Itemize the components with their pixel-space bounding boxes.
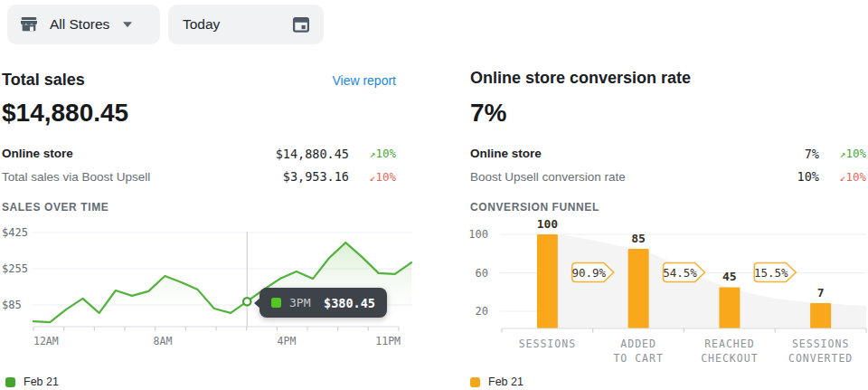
conversion-rate-title: Online store conversion rate [470, 69, 691, 88]
trend-badge-up: ↗10% [349, 147, 396, 160]
total-sales-panel: Total sales View report $14,880.45 Onlin… [2, 71, 396, 214]
trend-badge-up: ↗10% [819, 147, 866, 160]
y-axis-label: $85 [2, 299, 22, 311]
bar-value-label: 85 [631, 232, 646, 245]
conversion-rate-panel: Online store conversion rate 7% Online s… [470, 69, 866, 214]
metric-row-online-store-rate: Online store 7% ↗10% [470, 142, 866, 166]
date-selector-label: Today [183, 16, 220, 33]
chevron-down-icon [122, 21, 133, 28]
y-axis-label: 20 [476, 305, 488, 318]
funnel-bar-reached-checkout[interactable] [719, 287, 740, 328]
metric-label: Boost Upsell conversion rate [470, 170, 736, 184]
legend-label: Feb 21 [488, 376, 524, 388]
y-axis-label: $425 [2, 226, 28, 239]
legend-label: Feb 21 [24, 376, 59, 388]
conversion-funnel-chart[interactable]: 10060201008545790.9%54.5%15.5%SESSIONSAD… [466, 215, 868, 367]
funnel-chart-legend: Feb 21 [470, 376, 524, 388]
store-selector-label: All Stores [50, 16, 109, 33]
trend-percent: 10% [845, 147, 866, 160]
category-label: SESSIONS [792, 338, 849, 350]
chart-tooltip: 3PM $380.45 [259, 288, 387, 318]
metric-row-online-store: Online store $14,880.45 ↗10% [2, 142, 396, 166]
metric-row-boost-upsell: Total sales via Boost Upsell $3,953.16 ↙… [2, 166, 396, 189]
storefront-icon [19, 14, 39, 34]
trend-percent: 10% [845, 170, 866, 184]
category-label: TO CART [613, 352, 663, 365]
tooltip-series-swatch-icon [271, 298, 281, 308]
y-axis-label: 60 [476, 267, 488, 280]
metric-row-boost-upsell-rate: Boost Upsell conversion rate 10% ↙10% [470, 166, 866, 189]
conversion-badge-label: 54.5% [663, 266, 697, 280]
trend-percent: 10% [375, 147, 396, 160]
conversion-badge-label: 90.9% [571, 266, 606, 280]
legend-swatch-orange-icon [470, 377, 480, 387]
conversion-funnel-section-title: CONVERSION FUNNEL [470, 201, 866, 214]
metric-value: $3,953.16 [266, 169, 349, 184]
date-selector-button[interactable]: Today [168, 5, 324, 44]
tooltip-time: 3PM [289, 296, 310, 309]
funnel-bar-added-to-cart[interactable] [628, 249, 649, 328]
trend-badge-down: ↙10% [349, 170, 396, 184]
tooltip-value: $380.45 [324, 296, 375, 310]
funnel-bar-sessions-converted[interactable] [810, 303, 831, 328]
calendar-icon [291, 14, 311, 34]
store-selector-button[interactable]: All Stores [7, 5, 160, 44]
metric-label: Online store [2, 147, 266, 160]
total-sales-title: Total sales [2, 71, 85, 90]
conversion-badge-label: 15.5% [754, 266, 788, 280]
y-axis-label: 100 [468, 228, 488, 241]
metric-label: Online store [470, 147, 736, 160]
category-label: SESSIONS [519, 338, 576, 350]
trend-badge-down: ↙10% [819, 170, 866, 184]
trend-percent: 10% [375, 170, 396, 184]
conversion-rate-value: 7% [470, 98, 866, 128]
bar-value-label: 7 [817, 286, 825, 300]
x-axis-label: 11PM [375, 335, 401, 347]
metric-value: 10% [736, 169, 819, 184]
sales-over-time-section-title: SALES OVER TIME [2, 201, 396, 214]
x-axis-label: 12AM [33, 335, 59, 347]
metric-value: 7% [736, 147, 819, 161]
category-label: REACHED [704, 338, 754, 350]
x-axis-label: 8AM [154, 335, 173, 347]
y-axis-label: $255 [2, 262, 28, 275]
bar-value-label: 100 [537, 217, 559, 231]
category-label: ADDED [620, 338, 656, 350]
x-axis-label: 4PM [278, 335, 297, 347]
metric-label: Total sales via Boost Upsell [2, 170, 266, 184]
legend-swatch-green-icon [5, 377, 15, 387]
total-sales-value: $14,880.45 [2, 98, 396, 128]
sales-chart-legend: Feb 21 [5, 376, 59, 388]
category-label: CONVERTED [788, 352, 853, 365]
bar-value-label: 45 [722, 270, 737, 283]
view-report-link[interactable]: View report [332, 73, 396, 88]
category-label: CHECKOUT [701, 352, 758, 365]
metric-value: $14,880.45 [266, 147, 349, 161]
funnel-bar-sessions[interactable] [537, 234, 558, 328]
hover-point-marker [243, 298, 250, 305]
